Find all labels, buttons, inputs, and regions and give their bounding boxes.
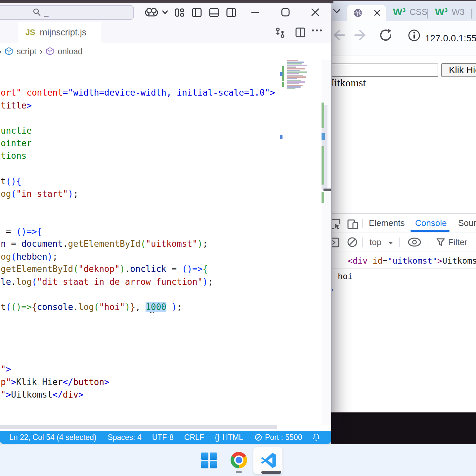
code-line[interactable]: t(){ [1,175,22,188]
browser-tab-w3[interactable]: W³ W3 [435,5,464,19]
code-line[interactable]: ort" content="width=device-width, initia… [1,86,275,99]
code-line[interactable]: ointer [1,137,32,150]
tab-mijnscript-js[interactable]: JS mijnscript.js [18,22,101,43]
tab-console[interactable]: Console [415,218,447,228]
indentation[interactable]: Spaces: 4 [108,433,141,442]
breadcrumb-item-onload[interactable]: onload [58,47,82,56]
notifications-bell-icon[interactable] [312,433,321,442]
code-line[interactable]: og(hebben); [1,250,58,263]
console-token: < [348,256,353,266]
console-sidebar-icon[interactable] [332,237,340,248]
code-token: ointer [1,138,32,148]
language-mode[interactable]: {} HTML [215,433,243,442]
page-text-input[interactable] [332,64,438,77]
code-line[interactable]: unctie [1,124,32,137]
code-line[interactable]: = ()=>{ [1,225,42,238]
device-toolbar-icon[interactable] [347,218,359,230]
code-token: = [11,239,21,249]
code-token: </ [53,390,63,400]
code-token: > [78,390,84,400]
maximize-icon[interactable] [281,7,290,17]
open-changes-icon[interactable] [274,26,286,39]
console-entry[interactable]: hoi [332,269,476,284]
code-token: ()=> [182,264,203,274]
minimize-icon[interactable] [251,12,260,14]
back-icon[interactable] [332,27,346,43]
code-line[interactable]: ">Uitkomst</div> [1,388,83,401]
toggle-sidebar-left-icon[interactable] [191,7,203,19]
code-area[interactable]: ort" content="width=device-width, initia… [0,60,331,425]
context-selector[interactable]: top [369,237,381,247]
code-line[interactable]: "> [1,363,11,375]
code-token: " [1,390,6,400]
code-token: = [166,264,182,274]
code-line[interactable]: tions [1,150,26,162]
live-server-port[interactable]: Port : 5500 [254,433,302,442]
breadcrumb-item-script[interactable]: script [17,47,36,56]
code-line[interactable]: getElementById("deknop").onclick = ()=>{ [1,263,208,275]
chrome-running-indicator [236,471,242,473]
minimap-code-row [287,85,303,86]
code-token: = [1,227,16,237]
chrome-taskbar-icon[interactable] [231,452,247,468]
reload-icon[interactable] [378,27,394,43]
chevron-down-icon[interactable] [332,8,342,15]
tab-title: W3 [452,7,464,17]
copilot-icon[interactable] [144,7,159,18]
filter-label[interactable]: Filter [448,237,467,247]
code-token: p" [1,377,11,387]
chrome-window: W³ CSS W³ W3 127.0.0.1:5500 [332,0,476,412]
w3schools-logo-icon: W³ [393,6,406,18]
forward-icon[interactable] [354,27,369,43]
code-token: . [125,264,130,274]
code-token: document [22,239,63,249]
browser-tab-active[interactable] [347,5,386,21]
horizontal-scrollbar[interactable] [0,425,277,429]
statusbar: Ln 22, Col 54 (4 selected) Spaces: 4 UTF… [0,431,331,444]
code-line[interactable]: og("in start"); [1,188,78,200]
split-editor-icon[interactable] [294,26,306,38]
encoding[interactable]: UTF-8 [152,433,174,442]
clear-console-icon[interactable] [346,236,358,248]
klik-hier-button[interactable]: Klik Hier [441,63,476,77]
code-token: "uitkomst" [146,239,197,249]
eol-sequence[interactable]: CRLF [184,433,204,442]
address-bar-url[interactable]: 127.0.0.1:5500 [425,33,476,44]
command-center-search[interactable]: _ [0,5,134,20]
editor-scrollbar[interactable] [322,60,331,425]
inspect-element-icon[interactable] [332,218,341,230]
console-prompt-icon[interactable] [332,286,335,294]
minimap[interactable] [282,60,314,89]
devtools-tabbar: Elements Console Sources [332,214,476,233]
code-line[interactable]: t(()=>{console.log("hoi")}, 1000 ); [1,301,182,313]
code-line[interactable]: n = document.getElementById("uitkomst"); [1,238,208,250]
tab-strip: W³ CSS W³ W3 [332,0,476,21]
code-line[interactable]: le.log("dit staat in de arrow function")… [1,276,213,288]
minimap-git-indicator [282,82,284,87]
tab-sources[interactable]: Sources [458,218,476,228]
cursor-position[interactable]: Ln 22, Col 54 (4 selected) [9,433,96,442]
filter-funnel-icon[interactable] [436,237,446,247]
site-info-icon[interactable] [407,28,421,42]
close-icon[interactable] [310,7,320,17]
code-line[interactable]: title> [1,99,32,112]
code-token: ()=> [16,227,37,237]
code-token [22,88,27,98]
start-button-icon[interactable] [201,453,217,468]
code-line[interactable]: p">Klik Hier</button> [1,376,109,388]
toggle-panel-icon[interactable] [208,7,220,19]
live-expression-eye-icon[interactable] [407,237,422,247]
vscode-taskbar-icon[interactable] [260,452,277,469]
tab-elements[interactable]: Elements [369,218,405,228]
console-messages: <div id="uitkomst">Uitkomst</div>hoi [332,251,476,412]
more-actions-icon[interactable] [311,28,323,32]
toggle-sidebar-right-icon[interactable] [225,7,237,19]
browser-tab-css[interactable]: W³ CSS [393,5,427,19]
search-hint: _ [44,8,48,17]
customize-layout-icon[interactable] [174,7,186,19]
code-token: log [78,302,94,312]
minimap-code-row [287,62,304,63]
console-entry[interactable]: <div id="uitkomst">Uitkomst</div> [332,253,476,269]
close-tab-icon[interactable] [373,9,381,17]
chevron-down-icon[interactable] [161,10,169,15]
